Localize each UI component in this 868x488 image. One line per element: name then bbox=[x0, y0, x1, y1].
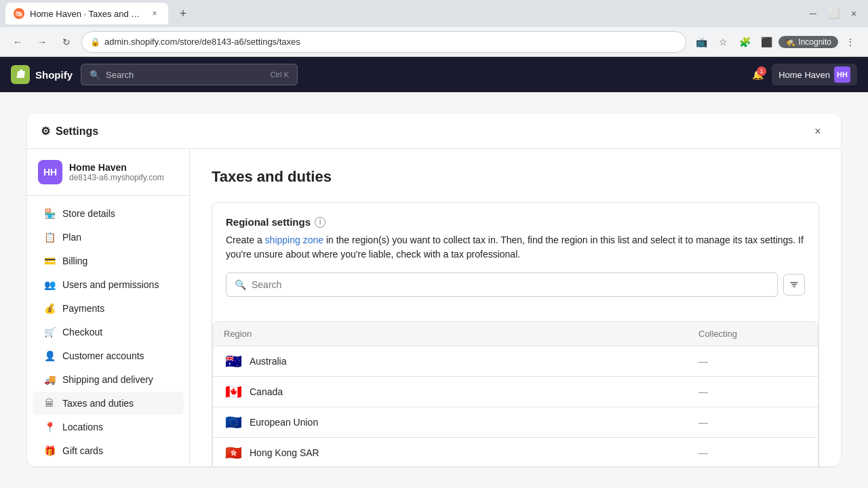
regions-table: Region Collecting 🇦🇺 Australia — bbox=[212, 321, 818, 466]
region-cell-australia: 🇦🇺 Australia bbox=[224, 354, 698, 368]
region-name-australia: Australia bbox=[250, 356, 286, 367]
tab-favicon: 🛍 bbox=[14, 8, 24, 19]
tab-title: Home Haven · Taxes and duties bbox=[30, 9, 144, 19]
forward-button[interactable]: → bbox=[33, 33, 52, 52]
table-row[interactable]: 🇦🇺 Australia — bbox=[213, 346, 818, 377]
region-name-canada: Canada bbox=[250, 386, 283, 397]
flag-australia: 🇦🇺 bbox=[224, 354, 243, 368]
sidebar-item-markets[interactable]: 🌐 Markets bbox=[33, 463, 184, 466]
desc-before-link: Create a bbox=[226, 235, 265, 245]
sidebar-store-details: Home Haven de8143-a6.myshopify.com bbox=[69, 162, 164, 182]
sidebar-item-payments[interactable]: 💰 Payments bbox=[33, 297, 184, 320]
collecting-canada: — bbox=[698, 386, 807, 397]
table-header: Region Collecting bbox=[213, 322, 818, 346]
new-tab-button[interactable]: + bbox=[174, 4, 193, 23]
table-row[interactable]: 🇨🇦 Canada — bbox=[213, 377, 818, 407]
region-name-eu: European Union bbox=[250, 417, 318, 428]
store-selector[interactable]: Home Haven HH bbox=[772, 64, 857, 85]
section-title-text: Regional settings bbox=[226, 216, 311, 228]
sidebar-item-shipping-delivery[interactable]: 🚚 Shipping and delivery bbox=[33, 368, 184, 391]
split-view-icon[interactable]: ⬛ bbox=[757, 33, 776, 52]
search-bar-icon: 🔍 bbox=[235, 279, 246, 290]
sidebar-item-checkout[interactable]: 🛒 Checkout bbox=[33, 321, 184, 344]
settings-gear-icon: ⚙ bbox=[41, 125, 50, 138]
column-collecting: Collecting bbox=[698, 329, 807, 339]
browser-titlebar: 🛍 Home Haven · Taxes and duties × + ─ ⬜ … bbox=[0, 0, 868, 27]
search-placeholder: Search bbox=[106, 70, 134, 80]
region-search-bar[interactable]: 🔍 bbox=[226, 272, 778, 297]
collecting-hk: — bbox=[698, 447, 807, 458]
sidebar-item-customer-accounts[interactable]: 👤 Customer accounts bbox=[33, 344, 184, 367]
shopify-logo-text: Shopify bbox=[35, 69, 73, 81]
browser-toolbar: ← → ↻ 🔒 admin.shopify.com/store/de8143-a… bbox=[0, 27, 868, 57]
shopify-logo-icon bbox=[11, 65, 30, 84]
users-icon: 👥 bbox=[43, 279, 56, 291]
menu-button[interactable]: ⋮ bbox=[841, 33, 860, 52]
section-title: Regional settings i bbox=[226, 216, 805, 228]
settings-close-button[interactable]: × bbox=[808, 122, 827, 141]
settings-title-text: Settings bbox=[56, 125, 98, 138]
sidebar-item-billing[interactable]: 💳 Billing bbox=[33, 249, 184, 272]
customer-accounts-icon: 👤 bbox=[43, 350, 56, 362]
column-region: Region bbox=[224, 329, 698, 339]
settings-sidebar: HH Home Haven de8143-a6.myshopify.com 🏪 … bbox=[27, 114, 190, 466]
maximize-button[interactable]: ⬜ bbox=[825, 5, 842, 22]
shipping-zone-link[interactable]: shipping zone bbox=[265, 235, 323, 245]
cast-icon[interactable]: 📺 bbox=[692, 33, 711, 52]
notifications-button[interactable]: 🔔 1 bbox=[752, 69, 764, 80]
sidebar-label-taxes-duties: Taxes and duties bbox=[62, 398, 134, 409]
taxes-icon: 🏛 bbox=[43, 397, 56, 409]
settings-title: ⚙ Settings bbox=[41, 125, 98, 138]
window-controls: ─ ⬜ × bbox=[804, 5, 863, 22]
global-search[interactable]: 🔍 Search Ctrl K bbox=[81, 64, 298, 85]
shopify-logo: Shopify bbox=[11, 65, 73, 84]
table-row[interactable]: 🇭🇰 Hong Kong SAR — bbox=[213, 438, 818, 466]
sidebar-store-url: de8143-a6.myshopify.com bbox=[69, 173, 164, 182]
notification-badge: 1 bbox=[757, 66, 766, 76]
extensions-icon[interactable]: 🧩 bbox=[735, 33, 754, 52]
sidebar-item-store-details[interactable]: 🏪 Store details bbox=[33, 202, 184, 225]
back-button[interactable]: ← bbox=[8, 33, 27, 52]
store-name-label: Home Haven bbox=[778, 70, 830, 80]
settings-header-bar: ⚙ Settings × bbox=[27, 114, 841, 149]
billing-icon: 💳 bbox=[43, 255, 56, 267]
gift-cards-icon: 🎁 bbox=[43, 445, 56, 457]
table-row[interactable]: 🇪🇺 European Union — bbox=[213, 407, 818, 438]
regional-settings-card: Regional settings i Create a shipping zo… bbox=[212, 202, 819, 466]
shopify-header: Shopify 🔍 Search Ctrl K 🔔 1 Home Haven H… bbox=[0, 57, 868, 92]
refresh-button[interactable]: ↻ bbox=[57, 33, 76, 52]
sort-button[interactable] bbox=[783, 274, 805, 296]
sidebar-item-locations[interactable]: 📍 Locations bbox=[33, 415, 184, 439]
incognito-button[interactable]: 🕵 Incognito bbox=[778, 36, 838, 48]
region-search-input[interactable] bbox=[252, 279, 769, 290]
store-avatar: HH bbox=[834, 66, 850, 83]
sidebar-item-users-permissions[interactable]: 👥 Users and permissions bbox=[33, 273, 184, 296]
sidebar-label-checkout: Checkout bbox=[62, 327, 102, 338]
sidebar-item-gift-cards[interactable]: 🎁 Gift cards bbox=[33, 439, 184, 462]
bookmark-icon[interactable]: ☆ bbox=[713, 33, 732, 52]
header-right: 🔔 1 Home Haven HH bbox=[752, 64, 857, 85]
incognito-label: Incognito bbox=[798, 37, 831, 47]
collecting-eu: — bbox=[698, 417, 807, 428]
browser-window: 🛍 Home Haven · Taxes and duties × + ─ ⬜ … bbox=[0, 0, 868, 488]
sidebar-label-plan: Plan bbox=[62, 232, 81, 243]
address-bar[interactable]: 🔒 admin.shopify.com/store/de8143-a6/sett… bbox=[81, 31, 686, 53]
payments-icon: 💰 bbox=[43, 302, 56, 314]
region-cell-eu: 🇪🇺 European Union bbox=[224, 415, 698, 429]
sidebar-label-billing: Billing bbox=[62, 256, 87, 266]
sidebar-label-users-permissions: Users and permissions bbox=[62, 279, 159, 290]
region-cell-hk: 🇭🇰 Hong Kong SAR bbox=[224, 446, 698, 460]
sidebar-store-info: HH Home Haven de8143-a6.myshopify.com bbox=[27, 149, 189, 196]
browser-tab[interactable]: 🛍 Home Haven · Taxes and duties × bbox=[5, 3, 168, 24]
search-shortcut: Ctrl K bbox=[271, 70, 290, 79]
info-icon[interactable]: i bbox=[315, 217, 326, 228]
tab-close-button[interactable]: × bbox=[149, 8, 160, 19]
sidebar-label-customer-accounts: Customer accounts bbox=[62, 350, 144, 361]
sidebar-item-plan[interactable]: 📋 Plan bbox=[33, 226, 184, 249]
minimize-button[interactable]: ─ bbox=[804, 5, 822, 22]
sidebar-item-taxes-duties[interactable]: 🏛 Taxes and duties bbox=[33, 392, 184, 415]
region-name-hk: Hong Kong SAR bbox=[250, 447, 319, 458]
close-window-button[interactable]: × bbox=[845, 5, 863, 22]
app-wrapper: Shopify 🔍 Search Ctrl K 🔔 1 Home Haven H… bbox=[0, 57, 868, 488]
address-text: admin.shopify.com/store/de8143-a6/settin… bbox=[104, 37, 300, 47]
